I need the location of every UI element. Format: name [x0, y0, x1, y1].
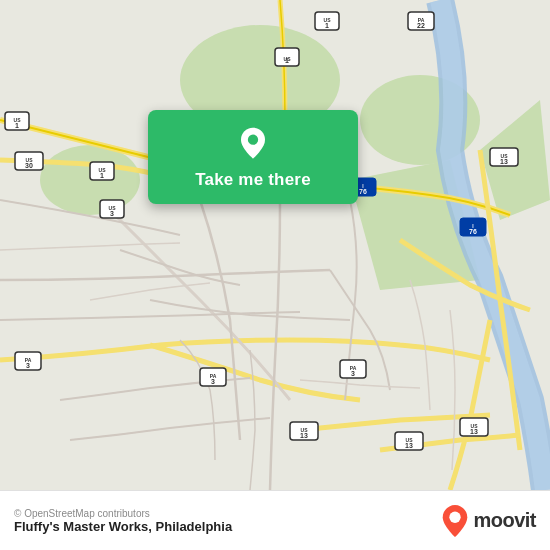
svg-point-4	[40, 145, 140, 215]
location-info: © OpenStreetMap contributors Fluffy's Ma…	[14, 508, 232, 534]
moovit-text: moovit	[473, 509, 536, 532]
svg-text:76: 76	[469, 228, 477, 235]
moovit-pin-icon	[441, 504, 469, 538]
svg-text:3: 3	[110, 210, 114, 217]
svg-text:13: 13	[470, 428, 478, 435]
svg-text:13: 13	[405, 442, 413, 449]
svg-text:22: 22	[417, 22, 425, 29]
map-container: US 1 US 30 US 1 US 1 US 3 I 76 US 13 PA …	[0, 0, 550, 490]
svg-text:30: 30	[25, 162, 33, 169]
svg-point-55	[248, 135, 258, 145]
svg-text:1: 1	[325, 22, 329, 29]
svg-text:13: 13	[500, 158, 508, 165]
location-name: Fluffy's Master Works, Philadelphia	[14, 519, 232, 534]
svg-text:3: 3	[211, 378, 215, 385]
svg-text:1: 1	[15, 122, 19, 129]
bottom-bar: © OpenStreetMap contributors Fluffy's Ma…	[0, 490, 550, 550]
location-pin-icon	[235, 126, 271, 162]
take-me-there-label: Take me there	[195, 170, 311, 190]
svg-text:1: 1	[100, 172, 104, 179]
osm-credit: © OpenStreetMap contributors	[14, 508, 232, 519]
svg-text:3: 3	[26, 362, 30, 369]
svg-point-56	[450, 511, 461, 522]
svg-text:3: 3	[351, 370, 355, 377]
svg-text:76: 76	[359, 188, 367, 195]
take-me-there-button[interactable]: Take me there	[148, 110, 358, 204]
moovit-logo[interactable]: moovit	[441, 504, 536, 538]
svg-text:1: 1	[285, 57, 289, 64]
svg-text:13: 13	[300, 432, 308, 439]
map-background: US 1 US 30 US 1 US 1 US 3 I 76 US 13 PA …	[0, 0, 550, 490]
